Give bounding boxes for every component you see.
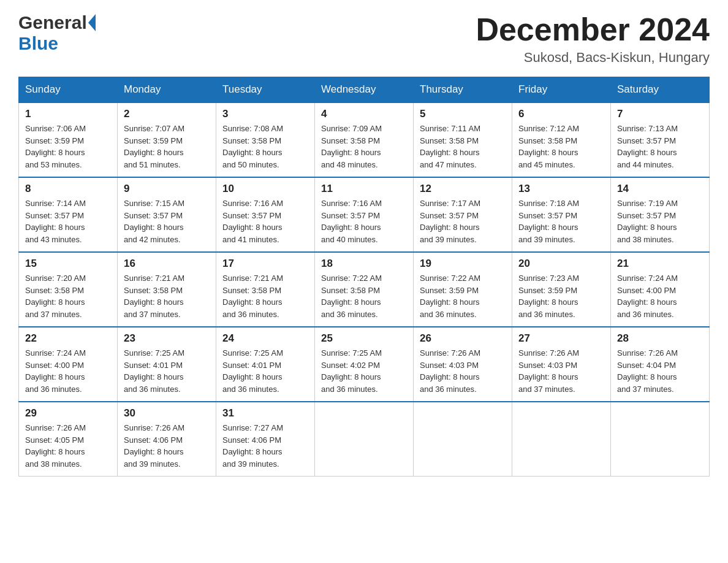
day-number: 18 xyxy=(321,258,407,270)
day-number: 11 xyxy=(321,183,407,195)
day-info: Sunrise: 7:09 AM Sunset: 3:58 PM Dayligh… xyxy=(321,123,407,170)
calendar-cell: 30 Sunrise: 7:26 AM Sunset: 4:06 PM Dayl… xyxy=(118,402,216,477)
col-header-sunday: Sunday xyxy=(19,77,118,103)
calendar-header-row: SundayMondayTuesdayWednesdayThursdayFrid… xyxy=(19,77,710,103)
col-header-saturday: Saturday xyxy=(611,77,710,103)
day-number: 3 xyxy=(222,108,308,120)
day-info: Sunrise: 7:11 AM Sunset: 3:58 PM Dayligh… xyxy=(420,123,506,170)
day-number: 29 xyxy=(25,407,111,419)
day-info: Sunrise: 7:26 AM Sunset: 4:03 PM Dayligh… xyxy=(420,347,506,395)
day-number: 15 xyxy=(25,258,111,270)
calendar-cell: 7 Sunrise: 7:13 AM Sunset: 3:57 PM Dayli… xyxy=(611,102,710,177)
calendar-cell: 15 Sunrise: 7:20 AM Sunset: 3:58 PM Dayl… xyxy=(19,252,118,327)
calendar-subtitle: Sukosd, Bacs-Kiskun, Hungary xyxy=(476,50,710,66)
calendar-cell: 14 Sunrise: 7:19 AM Sunset: 3:57 PM Dayl… xyxy=(611,177,710,252)
day-number: 1 xyxy=(25,108,111,120)
day-number: 13 xyxy=(518,183,604,195)
logo-icon xyxy=(88,14,96,31)
day-info: Sunrise: 7:12 AM Sunset: 3:58 PM Dayligh… xyxy=(518,123,604,170)
day-info: Sunrise: 7:19 AM Sunset: 3:57 PM Dayligh… xyxy=(617,197,703,245)
col-header-friday: Friday xyxy=(512,77,611,103)
page-header: General Blue December 2024 Sukosd, Bacs-… xyxy=(18,12,710,66)
day-info: Sunrise: 7:06 AM Sunset: 3:59 PM Dayligh… xyxy=(25,123,111,170)
day-info: Sunrise: 7:22 AM Sunset: 3:59 PM Dayligh… xyxy=(420,272,506,320)
day-number: 10 xyxy=(222,183,308,195)
day-number: 25 xyxy=(321,332,407,345)
calendar-cell: 5 Sunrise: 7:11 AM Sunset: 3:58 PM Dayli… xyxy=(414,102,512,177)
day-number: 7 xyxy=(617,108,703,120)
logo-blue-text: Blue xyxy=(18,33,96,54)
col-header-monday: Monday xyxy=(118,77,216,103)
day-number: 8 xyxy=(25,183,111,195)
calendar-cell: 23 Sunrise: 7:25 AM Sunset: 4:01 PM Dayl… xyxy=(118,327,216,402)
day-info: Sunrise: 7:25 AM Sunset: 4:01 PM Dayligh… xyxy=(222,347,308,395)
day-number: 24 xyxy=(222,332,308,345)
col-header-tuesday: Tuesday xyxy=(216,77,315,103)
calendar-cell: 21 Sunrise: 7:24 AM Sunset: 4:00 PM Dayl… xyxy=(611,252,710,327)
calendar-week-1: 1 Sunrise: 7:06 AM Sunset: 3:59 PM Dayli… xyxy=(19,102,710,177)
day-number: 14 xyxy=(617,183,703,195)
day-info: Sunrise: 7:25 AM Sunset: 4:01 PM Dayligh… xyxy=(124,347,210,395)
col-header-thursday: Thursday xyxy=(414,77,512,103)
day-info: Sunrise: 7:16 AM Sunset: 3:57 PM Dayligh… xyxy=(222,197,308,245)
day-number: 23 xyxy=(124,332,210,345)
day-number: 6 xyxy=(518,108,604,120)
calendar-header: December 2024 Sukosd, Bacs-Kiskun, Hunga… xyxy=(476,12,710,66)
day-number: 9 xyxy=(124,183,210,195)
day-info: Sunrise: 7:14 AM Sunset: 3:57 PM Dayligh… xyxy=(25,197,111,245)
calendar-cell: 24 Sunrise: 7:25 AM Sunset: 4:01 PM Dayl… xyxy=(216,327,315,402)
day-number: 2 xyxy=(124,108,210,120)
calendar-cell: 31 Sunrise: 7:27 AM Sunset: 4:06 PM Dayl… xyxy=(216,402,315,477)
calendar-cell: 12 Sunrise: 7:17 AM Sunset: 3:57 PM Dayl… xyxy=(414,177,512,252)
day-number: 16 xyxy=(124,258,210,270)
day-info: Sunrise: 7:17 AM Sunset: 3:57 PM Dayligh… xyxy=(420,197,506,245)
calendar-cell: 25 Sunrise: 7:25 AM Sunset: 4:02 PM Dayl… xyxy=(315,327,414,402)
calendar-cell xyxy=(512,402,611,477)
day-number: 19 xyxy=(420,258,506,270)
calendar-title: December 2024 xyxy=(476,12,710,47)
calendar-cell: 9 Sunrise: 7:15 AM Sunset: 3:57 PM Dayli… xyxy=(118,177,216,252)
calendar-cell: 6 Sunrise: 7:12 AM Sunset: 3:58 PM Dayli… xyxy=(512,102,611,177)
day-number: 31 xyxy=(222,407,308,419)
calendar-week-4: 22 Sunrise: 7:24 AM Sunset: 4:00 PM Dayl… xyxy=(19,327,710,402)
day-info: Sunrise: 7:26 AM Sunset: 4:03 PM Dayligh… xyxy=(518,347,604,395)
logo-general-text: General xyxy=(18,12,87,33)
calendar-cell: 10 Sunrise: 7:16 AM Sunset: 3:57 PM Dayl… xyxy=(216,177,315,252)
calendar-cell: 20 Sunrise: 7:23 AM Sunset: 3:59 PM Dayl… xyxy=(512,252,611,327)
calendar-cell: 13 Sunrise: 7:18 AM Sunset: 3:57 PM Dayl… xyxy=(512,177,611,252)
calendar-cell: 3 Sunrise: 7:08 AM Sunset: 3:58 PM Dayli… xyxy=(216,102,315,177)
day-info: Sunrise: 7:20 AM Sunset: 3:58 PM Dayligh… xyxy=(25,272,111,320)
calendar-cell: 1 Sunrise: 7:06 AM Sunset: 3:59 PM Dayli… xyxy=(19,102,118,177)
day-info: Sunrise: 7:21 AM Sunset: 3:58 PM Dayligh… xyxy=(124,272,210,320)
calendar-cell: 8 Sunrise: 7:14 AM Sunset: 3:57 PM Dayli… xyxy=(19,177,118,252)
day-info: Sunrise: 7:08 AM Sunset: 3:58 PM Dayligh… xyxy=(222,123,308,170)
calendar-cell xyxy=(315,402,414,477)
calendar-cell xyxy=(611,402,710,477)
day-number: 4 xyxy=(321,108,407,120)
day-info: Sunrise: 7:25 AM Sunset: 4:02 PM Dayligh… xyxy=(321,347,407,395)
day-number: 30 xyxy=(124,407,210,419)
day-info: Sunrise: 7:24 AM Sunset: 4:00 PM Dayligh… xyxy=(25,347,111,395)
calendar-cell: 18 Sunrise: 7:22 AM Sunset: 3:58 PM Dayl… xyxy=(315,252,414,327)
calendar-cell: 4 Sunrise: 7:09 AM Sunset: 3:58 PM Dayli… xyxy=(315,102,414,177)
day-number: 21 xyxy=(617,258,703,270)
day-number: 5 xyxy=(420,108,506,120)
day-number: 27 xyxy=(518,332,604,345)
calendar-table: SundayMondayTuesdayWednesdayThursdayFrid… xyxy=(18,77,710,477)
day-info: Sunrise: 7:26 AM Sunset: 4:05 PM Dayligh… xyxy=(25,422,111,470)
day-number: 28 xyxy=(617,332,703,345)
calendar-cell: 26 Sunrise: 7:26 AM Sunset: 4:03 PM Dayl… xyxy=(414,327,512,402)
day-number: 26 xyxy=(420,332,506,345)
day-info: Sunrise: 7:18 AM Sunset: 3:57 PM Dayligh… xyxy=(518,197,604,245)
col-header-wednesday: Wednesday xyxy=(315,77,414,103)
day-number: 12 xyxy=(420,183,506,195)
day-number: 22 xyxy=(25,332,111,345)
calendar-cell: 2 Sunrise: 7:07 AM Sunset: 3:59 PM Dayli… xyxy=(118,102,216,177)
calendar-week-5: 29 Sunrise: 7:26 AM Sunset: 4:05 PM Dayl… xyxy=(19,402,710,477)
day-info: Sunrise: 7:13 AM Sunset: 3:57 PM Dayligh… xyxy=(617,123,703,170)
calendar-cell: 16 Sunrise: 7:21 AM Sunset: 3:58 PM Dayl… xyxy=(118,252,216,327)
calendar-week-3: 15 Sunrise: 7:20 AM Sunset: 3:58 PM Dayl… xyxy=(19,252,710,327)
logo: General Blue xyxy=(18,12,96,54)
calendar-cell: 19 Sunrise: 7:22 AM Sunset: 3:59 PM Dayl… xyxy=(414,252,512,327)
calendar-cell: 22 Sunrise: 7:24 AM Sunset: 4:00 PM Dayl… xyxy=(19,327,118,402)
